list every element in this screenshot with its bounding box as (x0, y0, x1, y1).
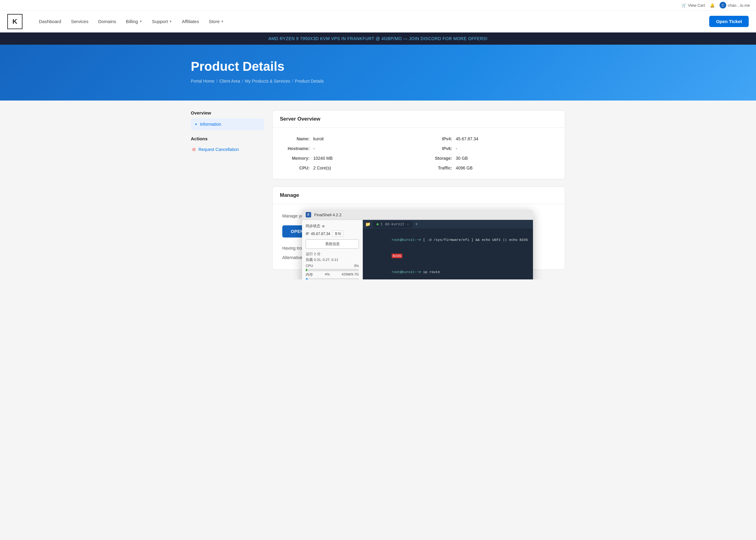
sidebar-actions-title: Actions (191, 136, 264, 141)
nav-billing[interactable]: Billing ▼ (121, 16, 146, 26)
cpu-bar-wrap (306, 269, 359, 271)
finalshell-left-panel: 同步状态 IP 45.67.87.34 复制 系统信息 运行 2 分 负载 0.… (302, 220, 363, 279)
nav-affiliates[interactable]: Affiliates (178, 16, 203, 26)
top-bar: 🛒 View Cart 🔔 C chao…lu.me (0, 0, 756, 11)
open-ticket-button[interactable]: Open Ticket (709, 16, 749, 27)
name-row: Name: kuroit (282, 136, 413, 141)
copy-ip-button[interactable]: 复制 (332, 230, 344, 237)
navbar: K Dashboard Services Domains Billing ▼ S… (0, 11, 756, 33)
nav-dashboard[interactable]: Dashboard (35, 16, 65, 26)
support-chevron: ▼ (169, 20, 172, 23)
nav-support[interactable]: Support ▼ (148, 16, 176, 26)
info-icon: ▪ (195, 121, 197, 127)
uptime-row: 运行 2 分 (306, 252, 359, 256)
terminal-line: root@kuroit:~# ip route (367, 264, 529, 280)
hero-section: Product Details Portal Home / Client Are… (0, 45, 756, 100)
terminal-line: root@kuroit:~# [ -d /sys/firmware/efi ] … (367, 232, 529, 248)
sync-status-dot (322, 225, 325, 227)
site-logo[interactable]: K (7, 14, 23, 29)
sidebar-action-cancellation[interactable]: ⊘ Request Cancellation (191, 144, 264, 155)
ip-row: IP 45.67.87.34 复制 (306, 230, 359, 237)
user-avatar: C (719, 2, 726, 9)
breadcrumb-sep-1: / (216, 79, 218, 83)
notifications[interactable]: 🔔 (710, 3, 715, 8)
storage-row: Storage: 30 GB (425, 156, 555, 161)
sidebar-overview-title: Overview (191, 110, 264, 115)
breadcrumb-client-area[interactable]: Client Area (220, 79, 240, 83)
mem-section: 内存 4% 425M/9.7G (306, 272, 359, 279)
finalshell-titlebar: F FinalShell 4.2.2 (302, 210, 533, 220)
billing-chevron: ▼ (139, 20, 142, 23)
add-tab-icon[interactable]: + (415, 222, 418, 227)
load-row: 负载 0.31, 0.27, 0.11 (306, 258, 359, 262)
nav-domains[interactable]: Domains (94, 16, 120, 26)
hostname-row: Hostname: - (282, 146, 413, 151)
ip-label: IP (306, 232, 309, 236)
nav-links: Dashboard Services Domains Billing ▼ Sup… (35, 16, 709, 26)
server-overview-title: Server Overview (272, 110, 565, 128)
main-content: Overview ▪ Information Actions ⊘ Request… (184, 100, 572, 279)
user-menu[interactable]: C chao…lu.me (719, 2, 750, 9)
manage-panel-title: Manage (272, 187, 565, 204)
sync-row: 同步状态 (306, 223, 359, 229)
details-right: IPv4: 45.67.87.34 IPv6: - Storage: 30 GB (425, 136, 555, 170)
terminal-content: root@kuroit:~# [ -d /sys/firmware/efi ] … (363, 229, 533, 279)
mem-bar (306, 278, 308, 279)
cpu-section: CPU 3% (306, 264, 359, 271)
tab-status-dot (377, 223, 378, 225)
tab-close-icon[interactable]: ✕ (407, 222, 409, 226)
page-title: Product Details (191, 59, 565, 74)
finalshell-title: FinalShell 4.2.2 (314, 212, 342, 217)
breadcrumb-product-details[interactable]: Product Details (295, 79, 324, 83)
finalshell-icon: F (306, 212, 311, 217)
terminal-tabbar: 📁 1 dd-kuroit ✕ + (363, 220, 533, 229)
nav-services[interactable]: Services (67, 16, 93, 26)
store-chevron: ▼ (221, 20, 224, 23)
breadcrumb-my-products[interactable]: My Products & Services (245, 79, 290, 83)
bios-highlight: BIOS (392, 254, 403, 258)
server-overview-panel: Server Overview Name: kuroit Hostname: - (272, 110, 565, 179)
memory-row: Memory: 10240 MB (282, 156, 413, 161)
finalshell-body: 同步状态 IP 45.67.87.34 复制 系统信息 运行 2 分 负载 0.… (302, 220, 533, 279)
cpu-row: CPU: 2 Core(s) (282, 166, 413, 170)
cart-icon: 🛒 (681, 3, 686, 8)
sidebar: Overview ▪ Information Actions ⊘ Request… (191, 110, 264, 270)
bell-icon: 🔔 (710, 3, 715, 8)
terminal-tab-1[interactable]: 1 dd-kuroit ✕ (373, 221, 413, 228)
finalshell-terminal: 📁 1 dd-kuroit ✕ + root@kuroit:~# [ -d /s… (363, 220, 533, 279)
breadcrumb-portal-home[interactable]: Portal Home (191, 79, 215, 83)
ip-value: 45.67.87.34 (311, 232, 330, 236)
sidebar-item-information[interactable]: ▪ Information (191, 118, 264, 130)
details-left: Name: kuroit Hostname: - Memory: 10240 M… (282, 136, 413, 170)
breadcrumb-sep-3: / (292, 79, 293, 83)
view-cart[interactable]: 🛒 View Cart (681, 3, 705, 8)
breadcrumb: Portal Home / Client Area / My Products … (191, 79, 565, 83)
promo-banner: AMD RYZEN 9 7950X3D KVM VPS IN FRANKFURT… (0, 33, 756, 45)
finalshell-overlay: F FinalShell 4.2.2 同步状态 IP 45.67.87.34 复… (302, 210, 533, 279)
cancel-icon: ⊘ (192, 147, 196, 152)
folder-icon[interactable]: 📁 (365, 222, 371, 227)
breadcrumb-sep-2: / (242, 79, 243, 83)
server-overview-body: Name: kuroit Hostname: - Memory: 10240 M… (272, 128, 565, 179)
ipv4-row: IPv4: 45.67.87.34 (425, 136, 555, 141)
traffic-row: Traffic: 4096 GB (425, 166, 555, 170)
ipv6-row: IPv6: - (425, 146, 555, 151)
terminal-line: BIOS (367, 248, 529, 264)
sysinfo-button[interactable]: 系统信息 (306, 239, 359, 249)
cpu-bar (306, 269, 307, 271)
details-grid: Name: kuroit Hostname: - Memory: 10240 M… (282, 136, 555, 170)
mem-bar-wrap (306, 278, 359, 279)
nav-store[interactable]: Store ▼ (205, 16, 228, 26)
